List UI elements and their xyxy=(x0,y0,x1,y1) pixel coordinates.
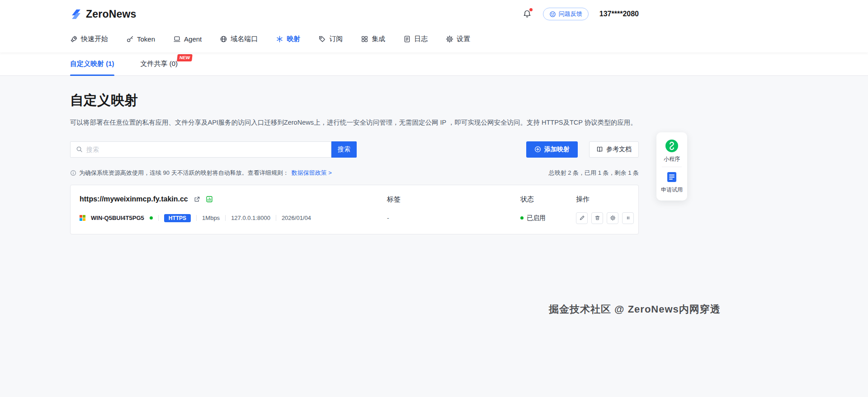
feedback-smiley-icon xyxy=(549,11,556,18)
mapping-url[interactable]: https://myweixinmcp.fy.takin.cc xyxy=(80,195,188,203)
share-icon xyxy=(193,196,200,203)
notice-text: 为确保系统资源高效使用，连续 90 天不活跃的映射将自动释放。查看详细规则： xyxy=(79,169,289,177)
mini-program-entry[interactable]: 小程序 xyxy=(664,139,680,163)
nav-label: 域名端口 xyxy=(231,35,258,43)
chart-icon xyxy=(206,196,213,203)
agent-hostname: WIN-Q5BUI4T5PG5 xyxy=(91,215,144,221)
brand-logo[interactable]: ZeroNews xyxy=(70,8,137,20)
edit-button[interactable] xyxy=(576,212,588,224)
brand-name: ZeroNews xyxy=(86,8,137,20)
mapping-url-line: https://myweixinmcp.fy.takin.cc xyxy=(80,195,387,203)
trial-entry[interactable]: 申请试用 xyxy=(661,171,683,194)
mapping-card: https://myweixinmcp.fy.takin.cc 标签 状态 操作 xyxy=(70,185,639,234)
search-group: 搜索 xyxy=(70,141,357,158)
header: ZeroNews 问题反馈 137****2080 xyxy=(0,0,868,52)
account-phone[interactable]: 137****2080 xyxy=(599,10,639,18)
row-actions xyxy=(576,212,634,224)
tab-file-sharing[interactable]: 文件共享 (0) NEW xyxy=(141,52,178,75)
bandwidth-value: 1Mbps xyxy=(202,215,220,221)
search-box xyxy=(70,141,331,158)
nav-label: 订阅 xyxy=(329,35,343,43)
tag-value: - xyxy=(387,215,520,222)
tab-custom-mapping[interactable]: 自定义映射 (1) xyxy=(70,52,114,75)
grid-icon xyxy=(361,35,368,43)
agent-online-dot xyxy=(150,216,153,220)
tab-label: 文件共享 (0) xyxy=(141,60,178,68)
column-header-tag: 标签 xyxy=(387,195,520,204)
retention-notice: 为确保系统资源高效使用，连续 90 天不活跃的映射将自动释放。查看详细规则： 数… xyxy=(70,169,332,177)
nav-item-settings[interactable]: 设置 xyxy=(446,35,470,43)
nav-label: Token xyxy=(137,35,155,43)
toolbar: 搜索 添加映射 参考文档 xyxy=(70,141,639,158)
protocol-badge: HTTPS xyxy=(164,214,191,222)
main-nav: 快速开始 Token Agent 域名端口 映射 xyxy=(70,25,639,52)
book-icon xyxy=(596,146,603,153)
divider xyxy=(196,215,197,221)
divider xyxy=(225,215,226,221)
plus-circle-icon xyxy=(534,146,541,153)
docs-label: 参考文档 xyxy=(606,145,632,154)
new-badge: NEW xyxy=(177,54,193,61)
nav-item-logs[interactable]: 日志 xyxy=(403,35,428,43)
divider xyxy=(158,215,159,221)
status-value: 已启用 xyxy=(520,214,576,222)
nav-label: 快速开始 xyxy=(81,35,108,43)
trial-doc-icon xyxy=(665,171,678,183)
add-mapping-label: 添加映射 xyxy=(544,145,570,154)
expire-date: 2026/01/04 xyxy=(282,215,311,221)
toolbar-right: 添加映射 参考文档 xyxy=(526,141,639,158)
nav-label: Agent xyxy=(184,35,202,43)
nav-item-agent[interactable]: Agent xyxy=(173,35,202,43)
tag-icon xyxy=(318,35,326,43)
pause-icon xyxy=(625,215,631,221)
page-title: 自定义映射 xyxy=(70,91,639,110)
mapping-quota: 总映射 2 条，已用 1 条，剩余 1 条 xyxy=(549,169,639,177)
status-dot xyxy=(520,216,524,220)
laptop-icon xyxy=(173,35,181,43)
page-description: 可以将部署在任意位置的私有应用、文件分享及API服务的访问入口迁移到ZeroNe… xyxy=(70,118,639,128)
column-header-status: 状态 xyxy=(520,195,576,204)
zeronews-logo-icon xyxy=(70,8,82,20)
trial-label: 申请试用 xyxy=(661,186,683,194)
nav-item-token[interactable]: Token xyxy=(126,35,155,43)
nav-item-subscription[interactable]: 订阅 xyxy=(318,35,343,43)
nav-item-integration[interactable]: 集成 xyxy=(361,35,385,43)
floating-side-widget: 小程序 申请试用 xyxy=(656,132,687,201)
nav-label: 集成 xyxy=(372,35,385,43)
nav-item-domain-port[interactable]: 域名端口 xyxy=(220,35,258,43)
mini-program-label: 小程序 xyxy=(664,155,680,163)
mini-program-icon xyxy=(665,139,679,153)
nav-label: 设置 xyxy=(457,35,470,43)
search-input[interactable] xyxy=(86,146,326,153)
notice-row: 为确保系统资源高效使用，连续 90 天不活跃的映射将自动释放。查看详细规则： 数… xyxy=(70,169,639,177)
traffic-stats-button[interactable] xyxy=(206,196,213,203)
header-right: 问题反馈 137****2080 xyxy=(522,8,639,20)
document-icon xyxy=(403,35,411,43)
nav-label: 映射 xyxy=(287,35,300,43)
open-url-button[interactable] xyxy=(193,196,200,203)
nav-item-mapping[interactable]: 映射 xyxy=(276,35,300,43)
pause-button[interactable] xyxy=(622,212,634,224)
globe-icon xyxy=(220,35,227,43)
notification-dot xyxy=(529,8,533,11)
retention-policy-link[interactable]: 数据保留政策 > xyxy=(292,169,332,177)
delete-button[interactable] xyxy=(591,212,603,224)
key-icon xyxy=(126,35,134,43)
add-mapping-button[interactable]: 添加映射 xyxy=(526,141,578,158)
rocket-icon xyxy=(70,35,78,43)
feedback-button[interactable]: 问题反馈 xyxy=(543,8,589,20)
nav-item-quick-start[interactable]: 快速开始 xyxy=(70,35,108,43)
widget-divider xyxy=(662,167,682,167)
docs-button[interactable]: 参考文档 xyxy=(589,141,639,158)
mapping-icon xyxy=(276,35,283,43)
windows-icon xyxy=(80,215,85,221)
notification-bell-button[interactable] xyxy=(522,9,532,19)
tab-label: 自定义映射 (1) xyxy=(70,60,114,68)
status-label: 已启用 xyxy=(527,214,546,222)
trash-icon xyxy=(594,215,600,221)
search-button[interactable]: 搜索 xyxy=(331,141,357,158)
pencil-icon xyxy=(579,215,585,221)
config-button[interactable] xyxy=(607,212,618,224)
feedback-label: 问题反馈 xyxy=(559,10,582,18)
info-icon xyxy=(70,170,76,176)
